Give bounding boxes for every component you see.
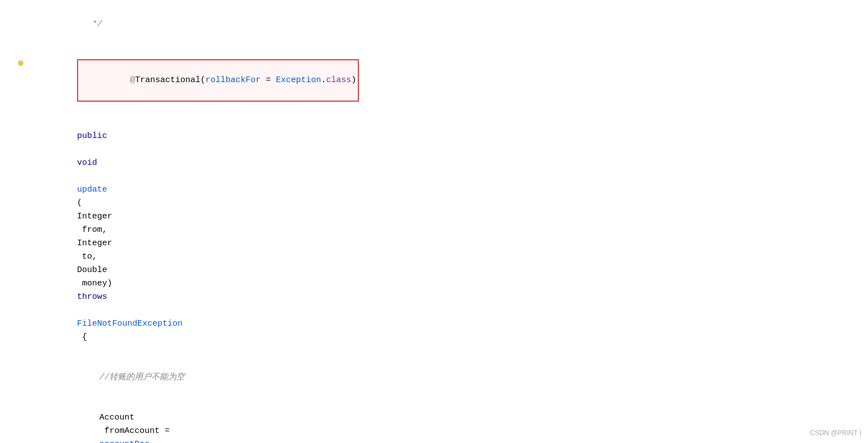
- open-brace1: {: [77, 332, 87, 342]
- dot-class: .: [321, 75, 326, 85]
- exception-class: Exception: [276, 75, 321, 85]
- annotation-name: Transactional: [135, 75, 200, 85]
- comment-token: */: [77, 20, 102, 29]
- method-sig-content: public void update ( Integer from, Integ…: [32, 116, 868, 358]
- paren-open: (: [200, 75, 205, 85]
- code-editor: */ @Transactional(rollbackFor = Exceptio…: [0, 0, 868, 443]
- from-account-content: Account fromAccount = accountDao . selec…: [32, 398, 868, 443]
- watermark-text: CSDN @PRINT I: [810, 429, 861, 437]
- line-method-sig: public void update ( Integer from, Integ…: [17, 116, 868, 358]
- type-integer1: Integer: [77, 212, 112, 221]
- void-kw: void: [77, 158, 97, 168]
- space1: [77, 145, 82, 154]
- account-dao1: accountDao: [99, 440, 150, 443]
- line-comment-close: */: [17, 4, 868, 45]
- file-not-found-ex: FileNotFoundException: [77, 319, 183, 328]
- line-from-account: Account fromAccount = accountDao . selec…: [17, 398, 868, 443]
- line-comment1: //转账的用户不能为空: [17, 358, 868, 398]
- gutter-dot: [17, 46, 32, 80]
- at-sign: @: [130, 75, 135, 85]
- method-name-update: update: [77, 185, 107, 194]
- param-from: from,: [77, 225, 112, 235]
- account-type1: Account: [99, 413, 135, 422]
- space2: [77, 172, 82, 181]
- param-money: money): [77, 279, 117, 288]
- class-keyword: class: [326, 75, 351, 85]
- annotation-line-content: @Transactional(rollbackFor = Exception.c…: [32, 46, 868, 115]
- line-text: */: [32, 4, 868, 45]
- rollback-for: rollbackFor: [205, 75, 261, 85]
- transactional-annotation: @Transactional(rollbackFor = Exception.c…: [77, 59, 359, 102]
- comment1-text: //转账的用户不能为空: [99, 373, 185, 382]
- params-open: (: [77, 198, 82, 208]
- equals: =: [261, 75, 276, 85]
- throws-kw: throws: [77, 292, 107, 302]
- paren-close: ): [351, 75, 356, 85]
- comment1-content: //转账的用户不能为空: [32, 358, 868, 398]
- space3: [77, 306, 82, 315]
- code-area: */ @Transactional(rollbackFor = Exceptio…: [0, 0, 868, 443]
- line-annotation: @Transactional(rollbackFor = Exception.c…: [17, 46, 868, 115]
- watermark: CSDN @PRINT I: [810, 428, 861, 439]
- type-integer2: Integer: [77, 239, 112, 248]
- param-to: to,: [77, 252, 102, 261]
- breakpoint-dot: [18, 60, 23, 66]
- public-kw: public: [77, 131, 107, 141]
- type-double: Double: [77, 265, 107, 275]
- from-account-var: fromAccount =: [99, 426, 175, 436]
